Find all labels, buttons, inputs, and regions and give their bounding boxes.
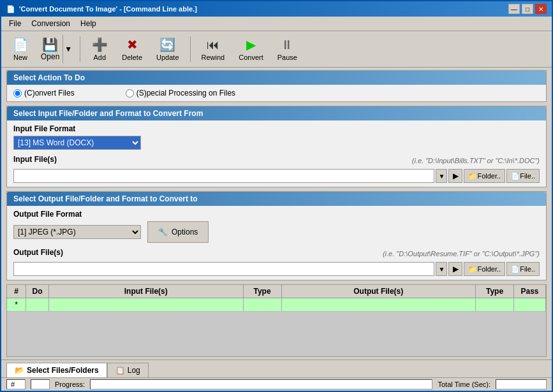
status-progress-bar xyxy=(90,379,432,389)
minimize-button[interactable]: — xyxy=(508,4,520,14)
add-label: Add xyxy=(93,54,106,61)
dropdown-arrow-icon: ▼ xyxy=(64,45,72,54)
input-files-field[interactable] xyxy=(13,169,434,183)
action-section-title: Select Action To Do xyxy=(13,73,85,82)
col-input: Input File(s) xyxy=(49,285,244,298)
delete-icon: ✖ xyxy=(127,37,138,52)
select-files-tab-icon: 📂 xyxy=(15,366,24,375)
open-icon: 💾 xyxy=(42,37,58,52)
convert-files-option[interactable]: (C)onvert Files xyxy=(13,89,75,98)
select-files-tab-label: Select Files/Folders xyxy=(27,366,99,375)
input-format-select[interactable]: [13] MS Word (DOCX) xyxy=(13,136,141,150)
toolbar-separator-1 xyxy=(80,36,80,62)
output-files-dropdown-btn[interactable]: ▼ xyxy=(436,262,447,276)
new-icon: 📄 xyxy=(13,37,29,52)
update-icon: 🔄 xyxy=(159,37,175,52)
menu-conversion[interactable]: Conversion xyxy=(26,18,75,29)
input-files-row: Input File(s) (i.e. "D:\Input\Bills.TXT"… xyxy=(13,155,540,166)
output-section-body: Output File Format [1] JPEG (*.JPG) 🔧 Op… xyxy=(7,206,546,280)
input-files-label: Input File(s) xyxy=(13,155,57,164)
window-icon: 📄 xyxy=(6,5,15,13)
input-format-label: Input File Format xyxy=(13,124,540,133)
input-files-nav-btn[interactable]: ▶ xyxy=(448,169,462,183)
col-pass: Pass xyxy=(514,285,546,298)
delete-button[interactable]: ✖ Delete xyxy=(116,34,148,64)
input-format-wrapper: [13] MS Word (DOCX) xyxy=(13,136,540,150)
row-do xyxy=(26,298,49,311)
output-section-title: Select Output File/Folder and Format to … xyxy=(13,194,198,203)
input-section-body: Input File Format [13] MS Word (DOCX) In… xyxy=(7,120,546,187)
status-num-value xyxy=(31,379,50,389)
open-button-group: 💾 Open ▼ xyxy=(37,34,75,64)
add-button[interactable]: ➕ Add xyxy=(85,34,114,64)
spacer-1 xyxy=(13,150,540,155)
update-button[interactable]: 🔄 Update xyxy=(151,34,184,64)
input-files-dropdown-btn[interactable]: ▼ xyxy=(436,169,447,183)
options-icon: 🔧 xyxy=(158,228,168,236)
open-dropdown-button[interactable]: ▼ xyxy=(63,34,74,64)
input-files-input-row: ▼ ▶ 📁 Folder.. 📄 File.. xyxy=(13,169,540,183)
table-body: * xyxy=(7,298,546,356)
action-radio-group: (C)onvert Files (S)pecial Processing on … xyxy=(13,89,540,98)
output-files-nav-btn[interactable]: ▶ xyxy=(448,262,462,276)
tab-select-files[interactable]: 📂 Select Files/Folders xyxy=(6,363,107,377)
output-section-header: Select Output File/Folder and Format to … xyxy=(7,192,546,206)
row-type xyxy=(244,298,282,311)
output-files-input-row: ▼ ▶ 📁 Folder.. 📄 File.. xyxy=(13,262,540,276)
output-file-btn-label: File.. xyxy=(520,265,535,273)
col-output: Output File(s) xyxy=(282,285,476,298)
input-section-title: Select Input File/Folder and Format to C… xyxy=(13,109,203,118)
output-files-file-btn[interactable]: 📄 File.. xyxy=(506,262,540,276)
convert-button[interactable]: ▶ Convert xyxy=(233,34,269,64)
open-button[interactable]: 💾 Open xyxy=(38,34,63,64)
title-bar-controls: — □ ✕ xyxy=(508,4,547,14)
options-button[interactable]: 🔧 Options xyxy=(147,221,209,243)
table-header: # Do Input File(s) Type Output File(s) T… xyxy=(7,285,546,298)
rewind-icon: ⏮ xyxy=(207,38,219,52)
title-bar-left: 📄 'Convert Document To Image' - [Command… xyxy=(6,5,197,13)
output-files-folder-btn[interactable]: 📁 Folder.. xyxy=(464,262,505,276)
input-files-file-btn[interactable]: 📄 File.. xyxy=(506,169,540,183)
convert-icon: ▶ xyxy=(246,37,256,52)
action-section-header: Select Action To Do xyxy=(7,71,546,85)
title-bar: 📄 'Convert Document To Image' - [Command… xyxy=(1,1,552,17)
special-processing-radio[interactable] xyxy=(126,89,134,98)
output-files-row: Output File(s) (i.e. "D:\Output\Resume.T… xyxy=(13,248,540,259)
input-files-folder-btn[interactable]: 📁 Folder.. xyxy=(464,169,505,183)
rewind-label: Rewind xyxy=(202,54,225,61)
table-row[interactable]: * xyxy=(7,298,546,312)
output-folder-btn-label: Folder.. xyxy=(477,265,501,273)
delete-label: Delete xyxy=(122,54,142,61)
status-progress-label: Progress: xyxy=(55,381,85,388)
update-label: Update xyxy=(156,54,179,61)
special-processing-option[interactable]: (S)pecial Processing on Files xyxy=(126,89,235,98)
new-button[interactable]: 📄 New xyxy=(6,34,34,64)
input-files-hint: (i.e. "D:\Input\Bills.TXT" or "C:\In\*.D… xyxy=(412,157,540,164)
convert-files-radio[interactable] xyxy=(13,89,22,98)
tab-log[interactable]: 📋 Log xyxy=(107,363,149,377)
output-files-label: Output File(s) xyxy=(13,248,63,257)
main-content: Select Action To Do (C)onvert Files (S)p… xyxy=(1,68,552,359)
pause-button[interactable]: ⏸ Pause xyxy=(272,35,303,64)
maximize-button[interactable]: □ xyxy=(522,4,533,14)
open-label: Open xyxy=(41,52,59,61)
col-out-type: Type xyxy=(476,285,514,298)
output-section: Select Output File/Folder and Format to … xyxy=(6,191,547,280)
row-out-type xyxy=(476,298,514,311)
row-pass xyxy=(514,298,546,311)
close-button[interactable]: ✕ xyxy=(535,4,547,14)
menu-help[interactable]: Help xyxy=(75,18,101,29)
output-files-field[interactable] xyxy=(13,262,434,276)
rewind-button[interactable]: ⏮ Rewind xyxy=(196,35,231,64)
menu-file[interactable]: File xyxy=(4,18,26,29)
input-section-header: Select Input File/Folder and Format to C… xyxy=(7,106,546,120)
toolbar-separator-2 xyxy=(190,36,191,62)
log-tab-icon: 📋 xyxy=(115,366,125,375)
main-window: 📄 'Convert Document To Image' - [Command… xyxy=(0,0,553,392)
output-format-select[interactable]: [1] JPEG (*.JPG) xyxy=(13,225,141,239)
convert-files-label: (C)onvert Files xyxy=(24,89,75,98)
log-tab-label: Log xyxy=(128,366,140,375)
output-format-label: Output File Format xyxy=(13,210,540,219)
status-bar: # Progress: Total Time (Sec): xyxy=(1,377,552,391)
input-section: Select Input File/Folder and Format to C… xyxy=(6,106,547,187)
